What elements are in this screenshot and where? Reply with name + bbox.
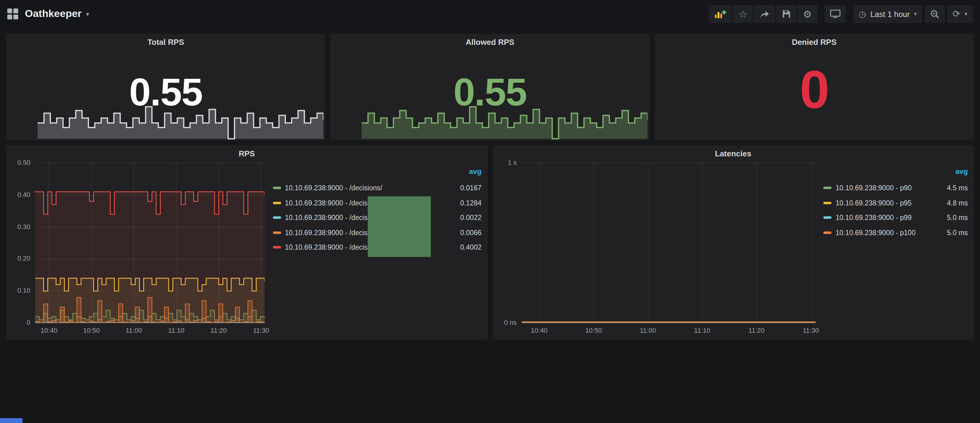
series-color-icon (823, 187, 831, 189)
graph-row: RPS 0.500.400.300.200.100 10:4010:5011:0… (6, 146, 974, 339)
clock-icon: ◷ (859, 9, 866, 19)
series-avg-value: 0.4002 (455, 244, 482, 251)
panel-title[interactable]: Latencies (492, 146, 974, 162)
y-tick-label: 0.10 (17, 287, 30, 294)
refresh-icon: ⟳ (953, 8, 960, 19)
rps-chart[interactable] (35, 162, 264, 323)
share-dashboard-button[interactable] (754, 5, 775, 23)
legend-row[interactable]: 10.10.69.238:9000 - p90 4.5 ms (823, 181, 968, 195)
series-name: 10.10.69.238:9000 - p90 (835, 185, 912, 192)
star-icon: ☆ (739, 8, 748, 20)
y-tick-label: 0.50 (17, 159, 30, 166)
series-avg-value: 0.1284 (455, 200, 482, 207)
series-avg-value: 0.0022 (455, 214, 482, 222)
panel-title[interactable]: Denied RPS (654, 34, 974, 51)
dashboard-actions-group: ☆ ⚙ (709, 5, 818, 23)
dashboard-content: Total RPS 0.55 Allowed RPS 0.55 Denied R… (0, 28, 980, 345)
denied-rps-value: 0 (654, 63, 974, 116)
latencies-legend-rows: 10.10.69.238:9000 - p90 4.5 ms 10.10.69.… (823, 181, 968, 240)
legend-avg-header[interactable]: avg (273, 167, 482, 181)
chart-svg (38, 104, 323, 139)
legend-avg-header[interactable]: avg (823, 167, 968, 181)
grafana-dashboard: Oathkeeper ▾ ☆ (0, 0, 980, 423)
latencies-legend: avg 10.10.69.238:9000 - p90 4.5 ms (815, 162, 974, 337)
legend-row[interactable]: 10.10.69.238:9000 - /decisions/ 0.0167 (273, 181, 482, 195)
latencies-y-axis: 1 s0 ns (492, 162, 522, 323)
cycle-view-mode-button[interactable] (825, 5, 846, 23)
x-tick-label: 10:50 (585, 326, 602, 334)
latencies-x-axis: 10:4010:5011:0011:1011:2011:30 (522, 323, 815, 337)
panel-denied-rps: Denied RPS 0 (654, 34, 974, 141)
panel-rps: RPS 0.500.400.300.200.100 10:4010:5011:0… (6, 146, 488, 339)
rps-x-axis: 10:4010:5011:0011:1011:2011:30 (35, 323, 264, 337)
green-tooltip-artifact (368, 196, 431, 257)
y-tick-label: 0 (27, 319, 30, 326)
series-color-icon (273, 217, 281, 219)
gear-icon: ⚙ (803, 8, 812, 20)
y-tick-label: 0 ns (504, 319, 517, 326)
series-name: 10.10.69.238:9000 - p95 (835, 200, 912, 207)
save-dashboard-button[interactable] (776, 5, 796, 23)
dashboard-settings-button[interactable]: ⚙ (797, 5, 818, 23)
x-tick-label: 10:40 (531, 326, 548, 334)
series-color-icon (273, 231, 281, 234)
series-color-icon (273, 187, 281, 189)
refresh-button[interactable]: ⟳ ▾ (947, 5, 973, 23)
y-tick-label: 0.30 (17, 223, 30, 230)
dashboard-title-caret-icon[interactable]: ▾ (86, 10, 89, 18)
panel-total-rps: Total RPS 0.55 (6, 34, 326, 141)
x-tick-label: 11:30 (803, 326, 819, 334)
series-name: 10.10.69.238:9000 - p100 (835, 229, 915, 236)
series-color-icon (823, 202, 831, 204)
y-tick-label: 1 s (508, 159, 517, 166)
allowed-rps-sparkline (362, 104, 648, 139)
series-color-icon (823, 217, 831, 219)
add-panel-button[interactable] (709, 5, 732, 23)
series-color-icon (273, 202, 281, 204)
series-name: 10.10.69.238:9000 - /decisions/ (285, 185, 382, 192)
legend-row[interactable]: 10.10.69.238:9000 - p95 4.8 ms (823, 195, 968, 210)
dashboard-title[interactable]: Oathkeeper (25, 8, 82, 20)
legend-row[interactable]: 10.10.69.238:9000 - p100 5.0 ms (823, 225, 968, 240)
total-rps-sparkline (38, 104, 324, 139)
series-avg-value: 4.8 ms (942, 200, 968, 207)
series-name: 10.10.69.238:9000 - p99 (835, 214, 912, 222)
time-controls-group: ◷ Last 1 hour ▾ ⟳ ▾ (853, 5, 973, 23)
series-avg-value: 5.0 ms (942, 214, 968, 222)
refresh-interval-caret-icon: ▾ (964, 11, 967, 17)
add-panel-icon (714, 10, 726, 19)
rps-y-axis: 0.500.400.300.200.100 (6, 162, 35, 323)
chart-svg (362, 104, 648, 139)
panel-title[interactable]: RPS (6, 146, 488, 162)
panel-title[interactable]: Allowed RPS (331, 34, 650, 51)
x-tick-label: 11:00 (640, 326, 656, 334)
legend-row[interactable]: 10.10.69.238:9000 - p99 5.0 ms (823, 210, 968, 225)
chart-svg (35, 162, 264, 323)
x-tick-label: 11:10 (694, 326, 710, 334)
latencies-chart[interactable] (522, 162, 815, 323)
y-tick-label: 0.40 (17, 191, 30, 198)
zoom-out-button[interactable] (925, 5, 945, 23)
dashboards-grid-icon[interactable] (7, 8, 18, 19)
series-color-icon (273, 246, 281, 249)
x-tick-label: 11:20 (748, 326, 765, 334)
zoom-out-icon (930, 10, 939, 19)
x-tick-label: 10:50 (83, 326, 100, 334)
x-tick-label: 11:20 (210, 326, 227, 334)
navbar: Oathkeeper ▾ ☆ (0, 0, 980, 28)
monitor-icon (830, 10, 840, 18)
panel-title[interactable]: Total RPS (6, 34, 326, 51)
time-range-caret-icon: ▾ (914, 11, 917, 17)
bottom-left-blue-fragment (0, 418, 22, 423)
chart-svg (522, 162, 815, 323)
latencies-graph-body: 1 s0 ns 10:4010:5011:0011:1011:2011:30 a… (492, 162, 974, 339)
share-icon (760, 10, 770, 18)
series-color-icon (823, 231, 831, 234)
x-tick-label: 10:40 (41, 326, 57, 334)
star-dashboard-button[interactable]: ☆ (733, 5, 753, 23)
panel-allowed-rps: Allowed RPS 0.55 (331, 34, 650, 141)
y-tick-label: 0.20 (17, 255, 30, 262)
time-range-picker[interactable]: ◷ Last 1 hour ▾ (853, 5, 922, 23)
x-tick-label: 11:10 (168, 326, 184, 334)
navbar-actions: ☆ ⚙ (709, 5, 973, 23)
